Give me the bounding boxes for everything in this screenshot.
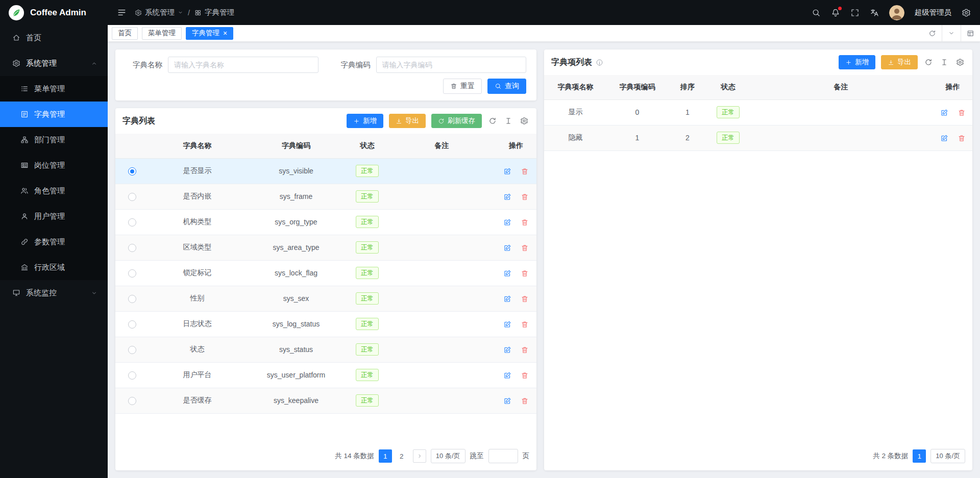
tab-home[interactable]: 首页 — [112, 27, 138, 40]
info-icon[interactable] — [596, 59, 603, 66]
table-row[interactable]: 是否内嵌sys_frame正常 — [115, 184, 536, 209]
row-radio[interactable] — [128, 371, 136, 380]
notifications-button[interactable] — [831, 8, 840, 17]
sidebar-item-system-monitor[interactable]: 系统监控 — [0, 280, 108, 306]
table-row[interactable]: 是否缓存sys_keepalive正常 — [115, 388, 536, 413]
app-logo[interactable]: Coffee Admin — [0, 0, 108, 25]
translate-icon[interactable] — [870, 8, 879, 17]
table-row[interactable]: 锁定标记sys_lock_flag正常 — [115, 260, 536, 286]
sidebar-item-dict-management[interactable]: 字典管理 — [0, 102, 108, 127]
edit-icon[interactable] — [503, 397, 511, 405]
refresh-cache-button[interactable]: 刷新缓存 — [431, 114, 482, 128]
delete-icon[interactable] — [521, 295, 529, 303]
row-radio[interactable] — [128, 295, 136, 303]
page-size-select[interactable]: 10 条/页 — [431, 449, 465, 463]
tab-dict-management[interactable]: 字典管理× — [186, 27, 233, 40]
reset-button[interactable]: 重置 — [443, 79, 482, 94]
row-radio[interactable] — [128, 167, 136, 175]
table-row[interactable]: 显示01正常 — [544, 99, 972, 125]
status-cell: 正常 — [347, 158, 388, 184]
sidebar-item-admin-region[interactable]: 行政区域 — [0, 255, 108, 280]
delete-icon[interactable] — [521, 244, 529, 252]
user-name[interactable]: 超级管理员 — [915, 8, 952, 17]
table-settings-gear-icon[interactable] — [955, 58, 965, 66]
delete-icon[interactable] — [521, 320, 529, 329]
query-button[interactable]: 查询 — [487, 79, 526, 94]
fullscreen-icon[interactable] — [850, 8, 860, 17]
sidebar-item-param-management[interactable]: 参数管理 — [0, 229, 108, 255]
row-radio[interactable] — [128, 244, 136, 252]
table-row[interactable]: 区域类型sys_area_type正常 — [115, 235, 536, 260]
table-row[interactable]: 性别sys_sex正常 — [115, 286, 536, 311]
table-row[interactable]: 用户平台sys_user_platform正常 — [115, 362, 536, 388]
delete-icon[interactable] — [958, 134, 966, 142]
export-button[interactable]: 导出 — [389, 114, 426, 128]
edit-icon[interactable] — [503, 193, 511, 201]
sidebar-item-menu-management[interactable]: 菜单管理 — [0, 76, 108, 102]
sidebar-item-dept-management[interactable]: 部门管理 — [0, 127, 108, 153]
column-width-icon[interactable] — [503, 117, 513, 125]
sidebar-item-post-management[interactable]: 岗位管理 — [0, 153, 108, 178]
delete-icon[interactable] — [521, 167, 529, 175]
row-radio[interactable] — [128, 397, 136, 405]
page-button-1[interactable]: 1 — [913, 449, 926, 463]
sidebar-item-home[interactable]: 首页 — [0, 25, 108, 51]
row-radio[interactable] — [128, 320, 136, 329]
edit-icon[interactable] — [503, 295, 511, 303]
column-header: 状态 — [707, 75, 749, 99]
refresh-icon[interactable] — [923, 58, 934, 66]
refresh-tab-icon[interactable] — [923, 25, 942, 41]
close-icon[interactable]: × — [223, 30, 227, 37]
table-settings-gear-icon[interactable] — [519, 117, 529, 125]
avatar[interactable] — [889, 5, 904, 20]
dict-code-input[interactable] — [376, 57, 527, 73]
edit-icon[interactable] — [503, 218, 511, 227]
search-icon[interactable] — [812, 8, 821, 17]
edit-icon[interactable] — [940, 109, 948, 117]
table-row[interactable]: 状态sys_status正常 — [115, 337, 536, 362]
row-radio[interactable] — [128, 269, 136, 278]
tab-menu-management[interactable]: 菜单管理 — [142, 27, 182, 40]
sidebar-item-system-management[interactable]: 系统管理 — [0, 51, 108, 76]
delete-icon[interactable] — [521, 397, 529, 405]
delete-icon[interactable] — [958, 109, 966, 117]
jump-page-input[interactable] — [488, 449, 518, 463]
delete-icon[interactable] — [521, 346, 529, 354]
export-items-button[interactable]: 导出 — [881, 55, 918, 69]
edit-icon[interactable] — [503, 167, 511, 175]
page-button-2[interactable]: 2 — [395, 449, 408, 463]
add-item-button[interactable]: 新增 — [839, 55, 875, 69]
delete-icon[interactable] — [521, 269, 529, 278]
table-row[interactable]: 机构类型sys_org_type正常 — [115, 209, 536, 235]
delete-icon[interactable] — [521, 371, 529, 380]
column-width-icon[interactable] — [939, 58, 949, 66]
add-button[interactable]: 新增 — [347, 114, 383, 128]
page-size-select[interactable]: 10 条/页 — [930, 449, 965, 463]
row-radio[interactable] — [128, 218, 136, 227]
edit-icon[interactable] — [503, 320, 511, 329]
refresh-icon[interactable] — [487, 117, 498, 125]
collapse-sidebar-icon[interactable] — [117, 8, 127, 17]
edit-icon[interactable] — [503, 346, 511, 354]
table-row[interactable]: 日志状态sys_log_status正常 — [115, 311, 536, 337]
edit-icon[interactable] — [503, 244, 511, 252]
edit-icon[interactable] — [503, 371, 511, 380]
row-radio[interactable] — [128, 193, 136, 201]
next-page-button[interactable] — [413, 449, 426, 463]
layout-toggle-icon[interactable] — [961, 25, 980, 41]
table-row[interactable]: 是否显示sys_visible正常 — [115, 158, 536, 184]
table-row[interactable]: 隐藏12正常 — [544, 125, 972, 150]
delete-icon[interactable] — [521, 193, 529, 201]
tab-actions-chevron-icon[interactable] — [942, 25, 961, 41]
page-button-1[interactable]: 1 — [379, 449, 392, 463]
breadcrumb-item-dict-management[interactable]: 字典管理 — [194, 8, 234, 17]
dict-name-input[interactable] — [168, 57, 318, 73]
row-radio[interactable] — [128, 346, 136, 354]
sidebar-item-user-management[interactable]: 用户管理 — [0, 204, 108, 229]
edit-icon[interactable] — [940, 134, 948, 142]
settings-gear-icon[interactable] — [962, 8, 971, 17]
breadcrumb-item-system-management[interactable]: 系统管理 — [135, 8, 183, 17]
sidebar-item-role-management[interactable]: 角色管理 — [0, 178, 108, 204]
edit-icon[interactable] — [503, 269, 511, 278]
delete-icon[interactable] — [521, 218, 529, 227]
